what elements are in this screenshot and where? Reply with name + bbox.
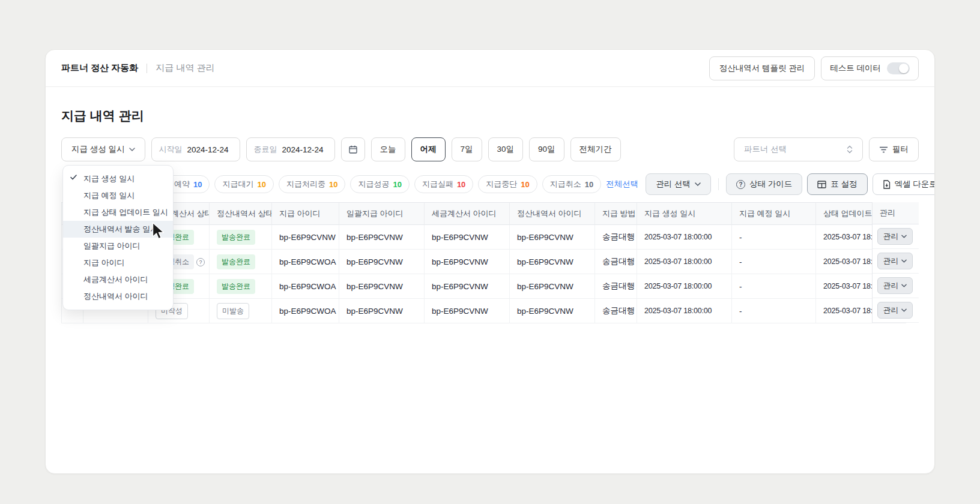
col-statement-status: 정산내역서 상태	[210, 203, 272, 225]
excel-download-button[interactable]: 엑셀 다운로드	[873, 173, 935, 195]
chevron-down-icon	[901, 259, 907, 263]
cell-tax-id: bp-E6P9CVNW	[425, 225, 510, 250]
status-chip-stopped[interactable]: 지급중단10	[478, 175, 537, 193]
row-manage-button[interactable]: 관리	[877, 253, 913, 269]
cell-statement-id: bp-E6P9CVNW	[510, 274, 595, 299]
range-yesterday-button[interactable]: 어제	[411, 137, 446, 161]
chevron-down-icon	[901, 308, 907, 312]
cell-scheduled: -	[732, 225, 816, 250]
calendar-button[interactable]	[341, 137, 365, 161]
main-card: 파트너 정산 자동화 지급 내역 관리 정산내역서 템플릿 관리 테스트 데이터…	[45, 49, 935, 474]
right-filters: 파트너 선택 필터	[734, 137, 919, 161]
table-row: 발행완료 발송완료 bp-E6P9CVNW bp-E6P9CVNW bp-E6P…	[62, 225, 906, 250]
filter-button[interactable]: 필터	[869, 137, 919, 161]
range-7d-button[interactable]: 7일	[452, 137, 482, 161]
chevron-down-icon	[129, 148, 135, 151]
status-chip-processing[interactable]: 지급처리중10	[279, 175, 345, 193]
updown-chevrons-icon	[847, 145, 853, 154]
filter-row: 지급 생성 일시 시작일 2024-12-24 종료일 2024-12-24 오…	[61, 137, 919, 161]
statement-template-button[interactable]: 정산내역서 템플릿 관리	[709, 56, 815, 80]
col-statement-id: 정산내역서 아이디	[510, 203, 595, 225]
mouse-cursor	[151, 222, 165, 241]
table-settings-button[interactable]: 표 설정	[807, 173, 867, 195]
col-created: 지급 생성 일시	[637, 203, 732, 225]
range-90d-button[interactable]: 90일	[529, 137, 564, 161]
filter-icon	[879, 146, 888, 154]
chevron-down-icon	[901, 284, 907, 287]
cell-scheduled: -	[732, 274, 816, 299]
help-icon[interactable]: ?	[196, 258, 205, 266]
manage-select-button[interactable]: 관리 선택	[646, 173, 711, 195]
cell-scheduled: -	[732, 299, 816, 323]
cell-statement-status: 발송완료	[210, 274, 272, 299]
cell-method: 송금대행	[595, 225, 637, 250]
cell-bulk-id: bp-E6P9CVNW	[339, 274, 425, 299]
cell-created: 2025-03-07 18:00:00	[637, 299, 732, 323]
status-guide-button[interactable]: ? 상태 가이드	[726, 173, 802, 195]
dropdown-item-payout-id[interactable]: 지급 아이디	[63, 254, 173, 271]
app-title: 파트너 정산 자동화	[61, 62, 138, 74]
cell-created: 2025-03-07 18:00:00	[637, 274, 732, 299]
table-row: 미작성 미발송 bp-E6P9CWOA bp-E6P9CVNW bp-E6P9C…	[62, 299, 906, 323]
col-tax-id: 세금계산서 아이디	[425, 203, 510, 225]
cell-statement-id: bp-E6P9CVNW	[510, 250, 595, 274]
statement-status-badge: 발송완료	[217, 230, 255, 245]
cell-bulk-id: bp-E6P9CVNW	[339, 250, 425, 274]
select-all-link[interactable]: 전체선택	[606, 179, 638, 190]
partner-select[interactable]: 파트너 선택	[734, 137, 863, 161]
dropdown-item-tax-id[interactable]: 세금계산서 아이디	[63, 271, 173, 288]
cell-payout-id: bp-E6P9CWOA	[272, 250, 339, 274]
range-30d-button[interactable]: 30일	[488, 137, 524, 161]
file-download-icon	[883, 180, 891, 189]
test-data-toggle[interactable]	[887, 62, 910, 74]
card-body: 지급 내역 관리 지급 생성 일시 시작일 2024-12-24 종료일 202…	[46, 87, 934, 323]
table-row: 발행완료 발송완료 bp-E6P9CWOA bp-E6P9CVNW bp-E6P…	[62, 274, 906, 299]
page-title: 지급 내역 관리	[61, 107, 919, 124]
table-row: 발행취소? 발송완료 bp-E6P9CWOA bp-E6P9CVNW bp-E6…	[62, 250, 906, 274]
cell-statement-id: bp-E6P9CVNW	[510, 299, 595, 323]
cell-created: 2025-03-07 18:00:00	[637, 250, 732, 274]
dropdown-item-statement-id[interactable]: 정산내역서 아이디	[63, 288, 173, 305]
cell-payout-id: bp-E6P9CWOA	[272, 299, 339, 323]
table-icon	[817, 181, 826, 188]
statement-status-badge: 발송완료	[217, 279, 255, 294]
dropdown-item-created[interactable]: 지급 생성 일시	[63, 170, 173, 187]
statement-status-badge: 미발송	[217, 303, 249, 319]
cell-statement-status: 발송완료	[210, 250, 272, 274]
sort-field-select[interactable]: 지급 생성 일시	[61, 137, 145, 161]
dropdown-item-scheduled[interactable]: 지급 예정 일시	[63, 187, 173, 204]
cell-scheduled: -	[732, 250, 816, 274]
cell-tax-id: bp-E6P9CVNW	[425, 299, 510, 323]
dropdown-item-status-updated[interactable]: 지급 상태 업데이트 일시	[63, 204, 173, 221]
row-manage-button[interactable]: 관리	[877, 302, 913, 319]
cell-method: 송금대행	[595, 274, 637, 299]
status-chip-success[interactable]: 지급성공10	[350, 175, 409, 193]
end-date-input[interactable]: 종료일 2024-12-24	[246, 137, 335, 161]
range-today-button[interactable]: 오늘	[371, 137, 405, 161]
cell-bulk-id: bp-E6P9CVNW	[339, 299, 425, 323]
range-all-button[interactable]: 전체기간	[570, 137, 621, 161]
statement-status-badge: 발송완료	[217, 254, 255, 269]
check-icon	[70, 175, 77, 180]
status-chip-waiting[interactable]: 지급대기10	[214, 175, 273, 193]
manage-column-header: 관리	[873, 202, 919, 224]
row-manage-button[interactable]: 관리	[877, 228, 913, 245]
cell-method: 송금대행	[595, 299, 637, 323]
table-header-row: 세금계산서 상태 정산내역서 상태 지급 아이디 일괄지급 아이디 세금계산서 …	[62, 203, 906, 225]
row-manage-button[interactable]: 관리	[877, 277, 913, 294]
status-chips-row: 지급예약10 지급대기10 지급처리중10 지급성공10 지급실패10 지급중단…	[61, 173, 919, 195]
cell-payout-id: bp-E6P9CVNW	[272, 225, 339, 250]
start-date-input[interactable]: 시작일 2024-12-24	[151, 137, 240, 161]
toolbar-divider	[718, 178, 719, 190]
status-chip-failed[interactable]: 지급실패10	[414, 175, 473, 193]
breadcrumb: 지급 내역 관리	[156, 62, 214, 74]
cell-created: 2025-03-07 18:00:00	[637, 225, 732, 250]
col-scheduled: 지급 예정 일시	[732, 203, 816, 225]
cell-payout-id: bp-E6P9CWOA	[272, 274, 339, 299]
header-divider	[147, 64, 147, 73]
col-payout-id: 지급 아이디	[272, 203, 339, 225]
status-chip-cancelled[interactable]: 지급취소10	[542, 175, 601, 193]
header-actions: 정산내역서 템플릿 관리 테스트 데이터	[709, 56, 919, 80]
calendar-icon	[348, 145, 358, 154]
chevron-down-icon	[901, 235, 907, 238]
